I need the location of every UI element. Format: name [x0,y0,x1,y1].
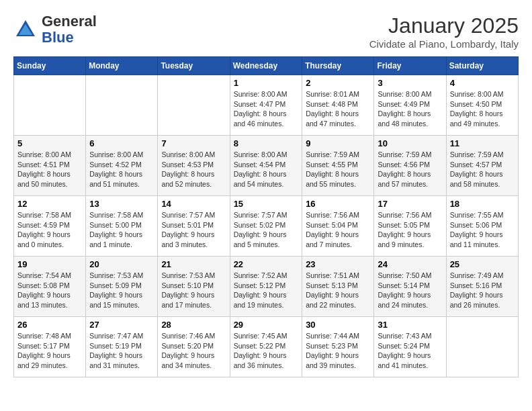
day-info: Sunrise: 7:59 AM Sunset: 4:55 PM Dayligh… [306,150,370,189]
day-number: 21 [161,259,226,269]
calendar-cell: 6Sunrise: 8:00 AM Sunset: 4:52 PM Daylig… [86,136,158,196]
day-number: 7 [161,138,226,148]
calendar-cell: 29Sunrise: 7:45 AM Sunset: 5:22 PM Dayli… [230,317,302,377]
weekday-header-tuesday: Tuesday [158,57,230,75]
day-number: 16 [306,199,370,209]
calendar-week-1: 1Sunrise: 8:00 AM Sunset: 4:47 PM Daylig… [14,75,519,136]
day-info: Sunrise: 7:59 AM Sunset: 4:56 PM Dayligh… [378,150,442,189]
day-number: 27 [89,320,154,330]
calendar-header: SundayMondayTuesdayWednesdayThursdayFrid… [14,57,519,75]
day-number: 12 [17,199,82,209]
day-info: Sunrise: 8:00 AM Sunset: 4:49 PM Dayligh… [378,89,442,129]
calendar-cell: 31Sunrise: 7:43 AM Sunset: 5:24 PM Dayli… [374,317,446,377]
day-number: 19 [17,259,82,269]
day-info: Sunrise: 7:57 AM Sunset: 5:01 PM Dayligh… [161,210,226,250]
day-info: Sunrise: 7:52 AM Sunset: 5:12 PM Dayligh… [234,271,299,310]
day-info: Sunrise: 7:54 AM Sunset: 5:08 PM Dayligh… [17,271,82,310]
day-number: 28 [161,320,226,330]
day-number: 26 [17,320,82,330]
calendar-cell: 3Sunrise: 8:00 AM Sunset: 4:49 PM Daylig… [374,75,446,136]
day-info: Sunrise: 7:57 AM Sunset: 5:02 PM Dayligh… [234,210,299,250]
day-info: Sunrise: 8:00 AM Sunset: 4:51 PM Dayligh… [17,150,82,189]
calendar-cell: 1Sunrise: 8:00 AM Sunset: 4:47 PM Daylig… [230,75,302,136]
weekday-header-thursday: Thursday [302,57,374,75]
calendar-cell [14,75,86,136]
calendar: SundayMondayTuesdayWednesdayThursdayFrid… [13,56,519,377]
day-info: Sunrise: 7:49 AM Sunset: 5:16 PM Dayligh… [450,271,515,310]
day-number: 13 [89,199,154,209]
page-header: General Blue January 2025 Cividate al Pi… [13,13,519,50]
calendar-cell: 2Sunrise: 8:01 AM Sunset: 4:48 PM Daylig… [302,75,374,136]
calendar-cell: 19Sunrise: 7:54 AM Sunset: 5:08 PM Dayli… [14,257,86,317]
day-info: Sunrise: 7:51 AM Sunset: 5:13 PM Dayligh… [306,271,370,310]
day-info: Sunrise: 7:58 AM Sunset: 5:00 PM Dayligh… [89,210,154,250]
calendar-cell: 10Sunrise: 7:59 AM Sunset: 4:56 PM Dayli… [374,136,446,196]
day-number: 14 [161,199,226,209]
day-info: Sunrise: 7:56 AM Sunset: 5:04 PM Dayligh… [306,210,370,250]
day-info: Sunrise: 7:45 AM Sunset: 5:22 PM Dayligh… [234,331,299,371]
calendar-cell: 27Sunrise: 7:47 AM Sunset: 5:19 PM Dayli… [86,317,158,377]
calendar-cell: 26Sunrise: 7:48 AM Sunset: 5:17 PM Dayli… [14,317,86,377]
day-info: Sunrise: 8:00 AM Sunset: 4:50 PM Dayligh… [450,89,515,129]
calendar-cell: 22Sunrise: 7:52 AM Sunset: 5:12 PM Dayli… [230,257,302,317]
weekday-header-wednesday: Wednesday [230,57,302,75]
day-info: Sunrise: 7:53 AM Sunset: 5:09 PM Dayligh… [89,271,154,310]
calendar-cell: 28Sunrise: 7:46 AM Sunset: 5:20 PM Dayli… [158,317,230,377]
calendar-cell: 5Sunrise: 8:00 AM Sunset: 4:51 PM Daylig… [14,136,86,196]
day-number: 5 [17,138,82,148]
day-number: 25 [450,259,515,269]
day-number: 20 [89,259,154,269]
calendar-week-4: 19Sunrise: 7:54 AM Sunset: 5:08 PM Dayli… [14,257,519,317]
location: Cividate al Piano, Lombardy, Italy [369,38,519,50]
day-info: Sunrise: 8:01 AM Sunset: 4:48 PM Dayligh… [306,89,370,129]
day-number: 9 [306,138,370,148]
calendar-cell [86,75,158,136]
day-number: 31 [378,320,442,330]
calendar-cell: 9Sunrise: 7:59 AM Sunset: 4:55 PM Daylig… [302,136,374,196]
calendar-cell: 15Sunrise: 7:57 AM Sunset: 5:02 PM Dayli… [230,196,302,257]
calendar-cell: 4Sunrise: 8:00 AM Sunset: 4:50 PM Daylig… [446,75,518,136]
calendar-cell [446,317,518,377]
calendar-week-3: 12Sunrise: 7:58 AM Sunset: 4:59 PM Dayli… [14,196,519,257]
day-info: Sunrise: 7:59 AM Sunset: 4:57 PM Dayligh… [450,150,515,189]
calendar-cell: 30Sunrise: 7:44 AM Sunset: 5:23 PM Dayli… [302,317,374,377]
day-info: Sunrise: 7:58 AM Sunset: 4:59 PM Dayligh… [17,210,82,250]
day-number: 3 [378,78,442,88]
day-info: Sunrise: 7:50 AM Sunset: 5:14 PM Dayligh… [378,271,442,310]
calendar-cell: 11Sunrise: 7:59 AM Sunset: 4:57 PM Dayli… [446,136,518,196]
day-info: Sunrise: 8:00 AM Sunset: 4:47 PM Dayligh… [234,89,299,129]
day-number: 24 [378,259,442,269]
day-info: Sunrise: 7:47 AM Sunset: 5:19 PM Dayligh… [89,331,154,371]
calendar-cell [158,75,230,136]
day-number: 22 [234,259,299,269]
day-number: 29 [234,320,299,330]
logo-text: General Blue [42,13,97,46]
calendar-cell: 25Sunrise: 7:49 AM Sunset: 5:16 PM Dayli… [446,257,518,317]
day-number: 8 [234,138,299,148]
day-number: 2 [306,78,370,88]
month-title: January 2025 [369,13,519,38]
day-info: Sunrise: 7:43 AM Sunset: 5:24 PM Dayligh… [378,331,442,371]
logo-icon [13,17,38,42]
day-info: Sunrise: 7:46 AM Sunset: 5:20 PM Dayligh… [161,331,226,371]
day-number: 18 [450,199,515,209]
calendar-cell: 24Sunrise: 7:50 AM Sunset: 5:14 PM Dayli… [374,257,446,317]
day-number: 17 [378,199,442,209]
logo: General Blue [13,13,97,46]
title-block: January 2025 Cividate al Piano, Lombardy… [369,13,519,50]
day-number: 4 [450,78,515,88]
day-info: Sunrise: 7:48 AM Sunset: 5:17 PM Dayligh… [17,331,82,371]
calendar-cell: 16Sunrise: 7:56 AM Sunset: 5:04 PM Dayli… [302,196,374,257]
day-number: 1 [234,78,299,88]
day-info: Sunrise: 7:44 AM Sunset: 5:23 PM Dayligh… [306,331,370,371]
day-info: Sunrise: 8:00 AM Sunset: 4:54 PM Dayligh… [234,150,299,189]
day-info: Sunrise: 7:53 AM Sunset: 5:10 PM Dayligh… [161,271,226,310]
calendar-week-5: 26Sunrise: 7:48 AM Sunset: 5:17 PM Dayli… [14,317,519,377]
calendar-cell: 21Sunrise: 7:53 AM Sunset: 5:10 PM Dayli… [158,257,230,317]
day-info: Sunrise: 7:56 AM Sunset: 5:05 PM Dayligh… [378,210,442,250]
day-number: 23 [306,259,370,269]
weekday-header-monday: Monday [86,57,158,75]
day-number: 10 [378,138,442,148]
calendar-week-2: 5Sunrise: 8:00 AM Sunset: 4:51 PM Daylig… [14,136,519,196]
day-number: 15 [234,199,299,209]
